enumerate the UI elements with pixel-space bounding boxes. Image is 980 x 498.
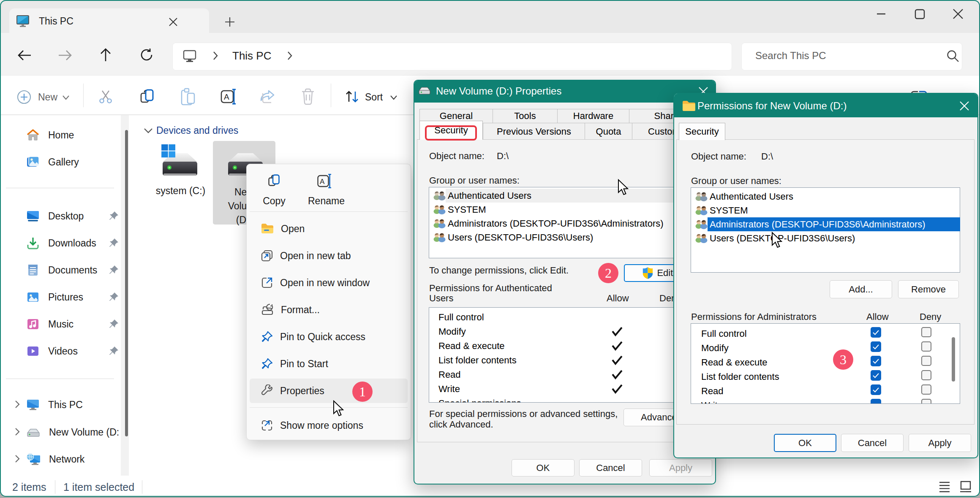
svg-text:A: A bbox=[320, 178, 325, 186]
svg-text:A: A bbox=[224, 92, 229, 101]
